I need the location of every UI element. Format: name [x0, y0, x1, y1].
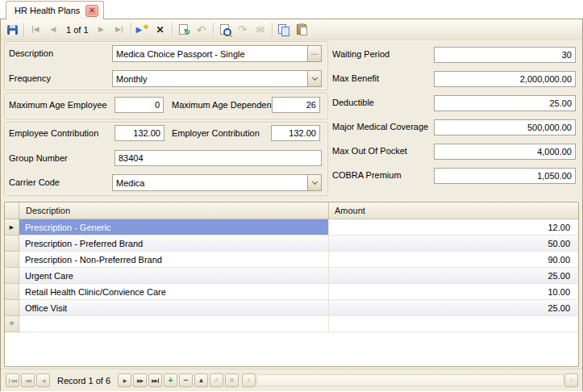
waiting-period-label: Waiting Period: [332, 49, 389, 59]
nav-previous-button[interactable]: ◀: [36, 373, 50, 387]
description-cell[interactable]: Prescription - Non-Preferred Brand: [19, 252, 329, 267]
save-icon: [7, 25, 18, 35]
amount-cell[interactable]: 25.00: [328, 300, 578, 315]
new-record-arrow-glyph: ▶: [136, 26, 143, 34]
row-selector[interactable]: [5, 300, 19, 316]
table-row[interactable]: Prescription - Preferred Brand 50.00: [5, 236, 578, 252]
cobra-premium-field[interactable]: 1,050.00: [434, 168, 576, 184]
toolbar-separator: [131, 23, 131, 37]
nav-accept-button[interactable]: ✓: [210, 373, 223, 387]
carrier-code-value: Medica: [113, 178, 307, 188]
row-selector[interactable]: [5, 252, 19, 268]
scroll-right-button[interactable]: ›: [564, 373, 578, 387]
horizontal-scrollbar[interactable]: ‹ ›: [242, 373, 578, 387]
plus-icon: +: [168, 376, 173, 385]
carrier-code-dropdown[interactable]: Medica: [112, 174, 322, 191]
print-preview-button[interactable]: [216, 21, 234, 39]
amount-cell[interactable]: 90.00: [328, 252, 578, 267]
nav-delete-row-button[interactable]: −: [179, 373, 193, 387]
x-icon: ✕: [229, 377, 235, 384]
last-record-button[interactable]: ▶: [110, 21, 128, 39]
scroll-left-button[interactable]: ‹: [242, 373, 256, 387]
coverage-grid: Description Amount ▶ Prescription - Gene…: [4, 202, 579, 367]
grid-header-row: Description Amount: [5, 202, 578, 219]
description-cell[interactable]: Prescription - Generic: [19, 219, 329, 235]
description-cell[interactable]: Retail Health Clinic/Convience Care: [19, 284, 329, 299]
tab-close-button[interactable]: ✕: [85, 5, 98, 17]
row-selector[interactable]: [5, 284, 19, 300]
grid-header-amount[interactable]: Amount: [329, 202, 578, 219]
employer-contribution-value: 132.00: [272, 128, 319, 138]
nav-last-button[interactable]: ▶▶: [148, 373, 162, 387]
description-lookup-button[interactable]: …: [307, 46, 321, 61]
employee-contribution-field[interactable]: 132.00: [115, 125, 164, 141]
check-icon: ✓: [214, 377, 219, 384]
max-out-of-pocket-label: Max Out Of Pocket: [332, 146, 407, 156]
employer-contribution-field[interactable]: 132.00: [271, 125, 320, 141]
new-row[interactable]: ✳: [5, 316, 578, 332]
undo-button[interactable]: ↶: [193, 21, 210, 39]
table-row[interactable]: Prescription - Non-Preferred Brand 90.00: [5, 252, 578, 268]
save-button[interactable]: [3, 21, 21, 39]
table-row[interactable]: Urgent Care 25.00: [5, 268, 578, 284]
scroll-right-icon: ›: [570, 377, 573, 384]
major-medical-coverage-field[interactable]: 500,000.00: [434, 119, 576, 136]
paste-button[interactable]: [293, 21, 310, 39]
first-record-button[interactable]: ◀: [27, 21, 44, 39]
group-number-value: 83404: [115, 153, 321, 163]
nav-next-button[interactable]: ▶: [118, 373, 131, 387]
max-age-employee-field[interactable]: 0: [115, 97, 164, 113]
nav-cancel-button[interactable]: ✕: [225, 373, 239, 387]
major-medical-coverage-value: 500,000.00: [435, 123, 575, 132]
copy-button[interactable]: [275, 21, 293, 39]
nav-last-icon: ▶▶: [152, 378, 159, 383]
go-to-button[interactable]: ↷: [234, 21, 252, 39]
amount-cell[interactable]: 50.00: [328, 236, 578, 251]
table-row[interactable]: ▶ Prescription - Generic 12.00: [5, 219, 578, 236]
frequency-dropdown[interactable]: Monthly: [112, 70, 322, 87]
nav-next-page-button[interactable]: ▶▶: [133, 373, 147, 387]
amount-cell[interactable]: 25.00: [328, 268, 578, 283]
frequency-dropdown-button[interactable]: [307, 71, 321, 86]
previous-record-button[interactable]: ◀: [44, 21, 62, 39]
nav-first-button[interactable]: ◀◀: [6, 373, 19, 387]
refresh-button[interactable]: ↻: [175, 21, 193, 39]
max-age-dependent-field[interactable]: 26: [272, 97, 320, 113]
table-row[interactable]: Retail Health Clinic/Convience Care 10.0…: [5, 284, 578, 300]
description-cell[interactable]: Urgent Care: [19, 268, 329, 283]
grid-header-description[interactable]: Description: [19, 202, 329, 219]
max-out-of-pocket-field[interactable]: 4,000.00: [434, 144, 576, 160]
tab-hr-health-plans[interactable]: HR Health Plans ✕: [6, 1, 104, 19]
max-age-employee-value: 0: [115, 100, 163, 110]
deductible-field[interactable]: 25.00: [434, 95, 576, 111]
description-cell[interactable]: Office Visit: [19, 300, 329, 315]
table-row[interactable]: Office Visit 25.00: [5, 300, 578, 316]
description-field[interactable]: Medica Choice Passport - Single …: [112, 45, 322, 62]
next-record-button[interactable]: ▶: [93, 21, 110, 39]
max-benefit-field[interactable]: 2,000,000.00: [434, 71, 576, 87]
nav-add-row-button[interactable]: +: [164, 373, 177, 387]
grid-header-amount-label: Amount: [335, 206, 365, 215]
nav-edit-button[interactable]: ▲: [194, 373, 208, 387]
description-cell[interactable]: [19, 316, 329, 332]
max-age-employee-label: Maximum Age Employee: [9, 100, 107, 110]
row-selector[interactable]: ▶: [5, 219, 19, 236]
scrollbar-track[interactable]: [256, 374, 564, 386]
row-selector[interactable]: [5, 236, 19, 252]
group-number-field[interactable]: 83404: [115, 150, 322, 166]
amount-cell[interactable]: 12.00: [328, 219, 578, 235]
tab-title: HR Health Plans: [15, 6, 80, 15]
group-number-label: Group Number: [9, 153, 68, 163]
new-row-selector[interactable]: ✳: [5, 316, 19, 332]
waiting-period-field[interactable]: 30: [434, 47, 576, 63]
carrier-code-dropdown-button[interactable]: [307, 175, 321, 190]
new-record-button[interactable]: ▶✱: [134, 21, 152, 39]
amount-cell[interactable]: 10.00: [328, 284, 578, 299]
description-cell[interactable]: Prescription - Preferred Brand: [19, 236, 329, 251]
email-button[interactable]: ✉: [252, 21, 269, 39]
nav-previous-page-button[interactable]: ◀◀: [21, 373, 35, 387]
row-selector[interactable]: [5, 268, 19, 284]
delete-record-button[interactable]: ✕: [152, 21, 169, 39]
amount-cell[interactable]: [328, 316, 578, 332]
record-position: 1 of 1: [62, 25, 93, 35]
